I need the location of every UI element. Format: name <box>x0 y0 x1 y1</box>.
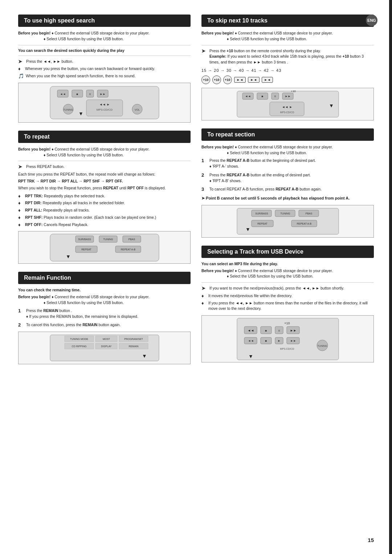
divider5 <box>201 282 374 283</box>
divider3 <box>18 161 191 161</box>
tracks-sequence: 15 → 20 → 30 → 40 → 41 → 42 → 43 <box>201 68 374 73</box>
note-icon: 🎵 <box>18 73 24 79</box>
diamond-icon: ♦ <box>18 66 23 71</box>
diamond-icon: ♦ <box>18 208 23 213</box>
repeat-desc: Each time you press the REPEAT button, t… <box>18 172 191 177</box>
svg-text:►►: ►► <box>100 93 106 96</box>
svg-text:II: II <box>278 329 279 332</box>
plus10-btn-1: +10 <box>201 75 210 84</box>
select-before-begin: Before you begin! ♦ Connect the external… <box>201 268 374 280</box>
rpt-note-trk: ♦ RPT TRK: Repeatedly plays the selected… <box>18 193 191 199</box>
rpt-sec-step-1: 1 Press the REPEAT A-B button at the beg… <box>201 158 374 169</box>
right-column: To skip next 10 tracks Before you begin!… <box>201 15 374 372</box>
remain-device-image: TUNING MODE MOST PROGRAM/SET CD RIPPING … <box>18 332 191 364</box>
remain-header: Remain Function <box>18 272 191 284</box>
repeat-sec-before-begin: Before you begin! ♦ Connect the external… <box>201 144 374 156</box>
plus10-btn-3: +10 <box>223 75 232 84</box>
svg-text:REPEAT A-B: REPEAT A-B <box>121 248 135 251</box>
arrow-icon2: ➤ <box>18 164 24 169</box>
point-b-note: ➤ Point B cannot be set until 5 seconds … <box>201 195 374 201</box>
skip-fwd-2: ►◄ <box>248 77 260 83</box>
rpt-sec-step-3: 3 To cancel REPEAT A-B function, press R… <box>201 186 374 192</box>
search-note-2: 🎵 When you use the high speed search fun… <box>18 73 191 79</box>
search-note-1: ♦ Whenever you press the button, you can… <box>18 66 191 72</box>
select-device-svg: +10 ◄◄ ■ II ►► ◄◄ ■ <box>233 316 342 362</box>
svg-text:►►: ►► <box>290 329 297 332</box>
svg-text:▼: ▼ <box>329 103 334 108</box>
select-note-2: ♦ If you press the ◄◄, ►► button more ti… <box>201 300 374 312</box>
divider2 <box>18 56 191 56</box>
high-speed-before-begin: Before you begin! ♦ Connect the external… <box>18 30 191 42</box>
repeat-section-header: To repeat section <box>201 128 374 141</box>
high-speed-device-image: ◄◄ ■ II ►► ◄◄ ► MP3-CD/CD TUNING <box>18 83 191 123</box>
repeat-stop: When you wish to stop the Repeat functio… <box>18 185 191 191</box>
svg-text:+10: +10 <box>291 90 296 93</box>
svg-text:◄◄  ►: ◄◄ ► <box>282 105 292 109</box>
svg-text:►: ► <box>278 339 281 342</box>
svg-text:►►: ►► <box>285 95 291 98</box>
diamond-icon: ♦ <box>18 200 23 206</box>
right-border <box>389 0 392 554</box>
svg-text:■: ■ <box>265 339 267 342</box>
svg-text:SUR/BASS: SUR/BASS <box>78 238 91 241</box>
svg-text:REMAIN: REMAIN <box>128 345 138 348</box>
svg-text:II: II <box>274 95 275 98</box>
rpt-note-dir: ♦ RPT DIR: Repeatedly plays all tracks i… <box>18 200 191 206</box>
repeat-step: ➤ Press REPEAT button. <box>18 164 191 170</box>
left-column: To use high speed search Before you begi… <box>18 15 191 372</box>
skip-fwd-1: ►◄ <box>234 77 246 83</box>
svg-text:■: ■ <box>265 329 267 332</box>
repeat-section-block: To repeat section Before you begin! ♦ Co… <box>201 128 374 238</box>
divider4 <box>201 45 374 45</box>
device-svg: ◄◄ ■ II ►► ◄◄ ► MP3-CD/CD TUNING <box>46 85 163 121</box>
svg-text:REPEAT: REPEAT <box>81 248 91 251</box>
diamond-icon: ♦ <box>18 193 23 199</box>
svg-text:▼: ▼ <box>245 226 250 232</box>
svg-text:VOL: VOL <box>134 108 139 111</box>
svg-text:▼: ▼ <box>248 353 253 359</box>
svg-text:MP3-CD/CD: MP3-CD/CD <box>280 111 294 114</box>
svg-text:▼: ▼ <box>66 254 71 259</box>
remain-step-2: 2 To cancel this function, press the REM… <box>18 322 191 328</box>
arrow-icon3: ➤ <box>201 48 207 54</box>
svg-text:■: ■ <box>76 93 78 96</box>
remain-sub-header: You can check the remaining time. <box>18 288 191 292</box>
remain-function-section: Remain Function You can check the remain… <box>18 272 191 364</box>
rpt-sec-step-2: 2 Press the REPEAT A-B button at the end… <box>201 172 374 184</box>
svg-text:◄◄: ◄◄ <box>245 95 251 98</box>
svg-text:REPEAT: REPEAT <box>257 222 268 225</box>
plus10-btn-2: +10 <box>212 75 221 84</box>
svg-text:MOST: MOST <box>102 338 110 340</box>
rpt-note-off: ♦ RPT OFF: Cancels Repeat Playback. <box>18 222 191 228</box>
select-step: ➤ If you want to move the next/previous(… <box>201 286 374 291</box>
svg-text:CD RIPPING: CD RIPPING <box>72 345 86 348</box>
repeat-sequence: RPT TRK → RPT DIR → RPT ALL → RPT SHF → … <box>18 179 191 183</box>
page-number: 15 <box>368 537 374 543</box>
repeat-before-begin: Before you begin! ♦ Connect the external… <box>18 147 191 158</box>
skip-next-section: To skip next 10 tracks Before you begin!… <box>201 15 374 120</box>
remain-device-svg: TUNING MODE MOST PROGRAM/SET CD RIPPING … <box>46 333 163 363</box>
repeat-sec-device-svg: SUR/BASS TUNING PBAS REPEAT REPEAT A-B ▼ <box>233 206 342 236</box>
svg-text:II: II <box>89 93 90 96</box>
skip-step: ➤ Press the +10 button on the remote con… <box>201 48 374 65</box>
remain-step-1: 1 Press the REMAIN button . ♦ If you pre… <box>18 308 191 320</box>
main-content: To use high speed search Before you begi… <box>18 15 374 372</box>
svg-text:PBAS: PBAS <box>128 238 135 241</box>
svg-text:REPEAT A-B: REPEAT A-B <box>297 222 311 225</box>
eng-badge: ENG <box>366 15 377 26</box>
arrow-icon: ➤ <box>18 59 24 64</box>
diamond-icon: ♦ <box>201 293 207 299</box>
svg-text:TUNING: TUNING <box>317 345 327 347</box>
to-repeat-section: To repeat Before you begin! ♦ Connect th… <box>18 131 191 264</box>
svg-text:+10: +10 <box>284 321 290 325</box>
svg-text:SUR/BASS: SUR/BASS <box>255 212 268 215</box>
select-device-image: +10 ◄◄ ■ II ►► ◄◄ ■ <box>201 315 374 362</box>
skip-device-image: ◄◄ ■ II ►► ◄◄ ► MP3-CD/CD +10 ▼ <box>201 88 374 120</box>
diamond-icon: ♦ <box>201 300 207 306</box>
select-note-1: ♦ It moves the next/previous file within… <box>201 293 374 299</box>
skip-before-begin: Before you begin! ♦ Connect the external… <box>201 30 374 42</box>
svg-text:▼: ▼ <box>78 111 83 116</box>
svg-text:TUNING: TUNING <box>280 212 290 215</box>
svg-text:►►: ►► <box>290 339 296 342</box>
rpt-note-all: ♦ RPT ALL: Repeatedly plays all tracks. <box>18 208 191 213</box>
